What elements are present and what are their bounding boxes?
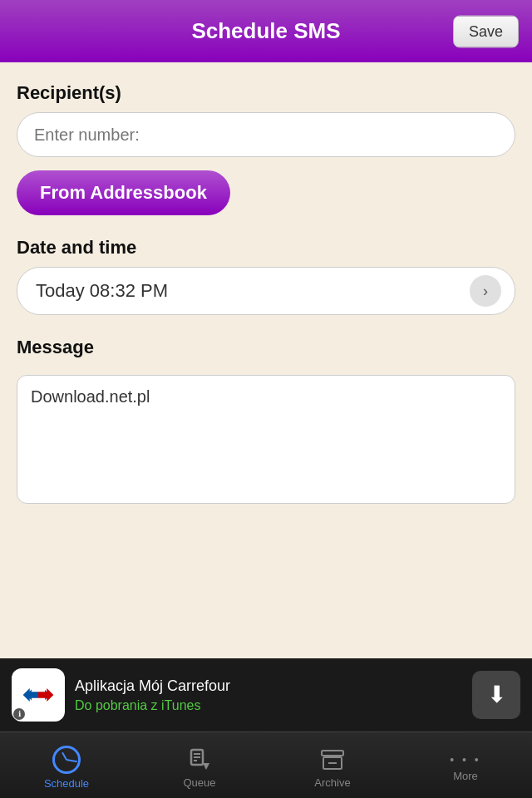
- tab-bar: Schedule Queue Archive • • • More: [0, 732, 532, 798]
- datetime-value: Today 08:32 PM: [36, 280, 168, 302]
- carrefour-logo: [20, 677, 57, 713]
- archive-icon: [319, 746, 346, 773]
- recipients-label: Recipient(s): [17, 82, 515, 104]
- addressbook-button[interactable]: From Addressbook: [17, 170, 230, 215]
- message-label: Message: [17, 337, 515, 358]
- datetime-chevron-button[interactable]: ›: [470, 275, 501, 307]
- schedule-icon: [52, 746, 81, 774]
- ad-info-icon: ℹ: [13, 708, 25, 720]
- message-input[interactable]: Download.net.pl: [17, 375, 515, 504]
- queue-icon: [186, 746, 213, 773]
- datetime-section: Date and time Today 08:32 PM ›: [17, 237, 515, 315]
- tab-queue-label: Queue: [183, 776, 215, 789]
- tab-queue[interactable]: Queue: [133, 741, 266, 789]
- tab-schedule-label: Schedule: [44, 777, 89, 790]
- svg-marker-10: [203, 763, 209, 770]
- ad-subtitle: Do pobrania z iTunes: [75, 698, 462, 713]
- svg-rect-11: [322, 751, 343, 756]
- ad-text: Aplikacja Mój Carrefour Do pobrania z iT…: [75, 677, 462, 713]
- chevron-right-icon: ›: [483, 283, 488, 300]
- message-section: Message Download.net.pl: [17, 337, 515, 507]
- number-input[interactable]: [17, 112, 515, 157]
- ad-banner: ℹ Aplikacja Mój Carrefour Do pobrania z …: [0, 658, 532, 732]
- header-title: Schedule SMS: [191, 18, 340, 44]
- ad-download-button[interactable]: ⬇: [472, 671, 520, 719]
- datetime-picker[interactable]: Today 08:32 PM ›: [17, 267, 515, 315]
- ad-title: Aplikacja Mój Carrefour: [75, 677, 462, 695]
- tab-schedule[interactable]: Schedule: [0, 741, 133, 790]
- datetime-label: Date and time: [17, 237, 515, 259]
- tab-archive[interactable]: Archive: [266, 741, 399, 789]
- download-icon: ⬇: [487, 683, 506, 707]
- tab-more[interactable]: • • • More: [399, 748, 532, 782]
- save-button[interactable]: Save: [453, 15, 519, 47]
- app-header: Schedule SMS Save: [0, 0, 532, 62]
- tab-more-label: More: [453, 770, 478, 782]
- more-dots-icon: • • •: [450, 753, 480, 766]
- tab-archive-label: Archive: [314, 776, 350, 789]
- main-content: Recipient(s) From Addressbook Date and t…: [0, 62, 532, 507]
- ad-icon-wrapper: ℹ: [12, 668, 65, 722]
